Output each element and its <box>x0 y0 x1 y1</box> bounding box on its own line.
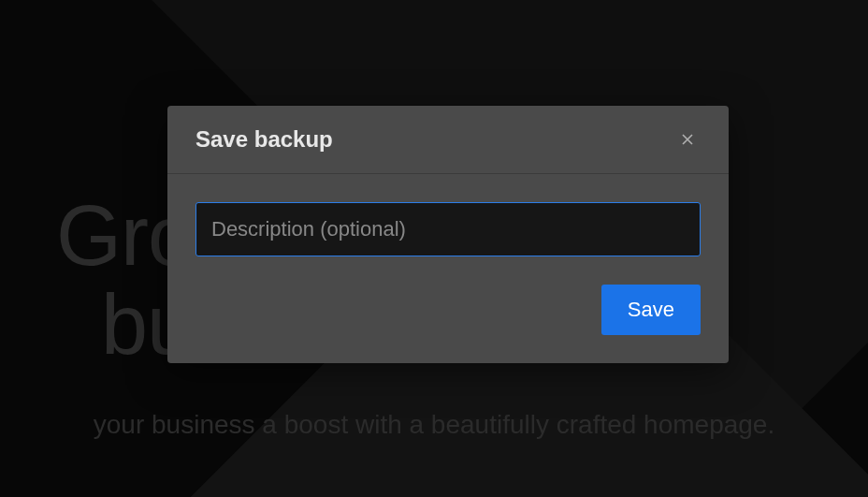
modal-body <box>167 174 729 285</box>
description-input[interactable] <box>195 202 701 256</box>
close-icon <box>678 130 697 149</box>
close-button[interactable] <box>674 126 701 153</box>
save-button[interactable]: Save <box>601 285 701 335</box>
modal-header: Save backup <box>167 106 729 174</box>
modal-title: Save backup <box>195 126 333 153</box>
save-backup-modal: Save backup Save <box>167 106 729 363</box>
modal-footer: Save <box>167 285 729 363</box>
